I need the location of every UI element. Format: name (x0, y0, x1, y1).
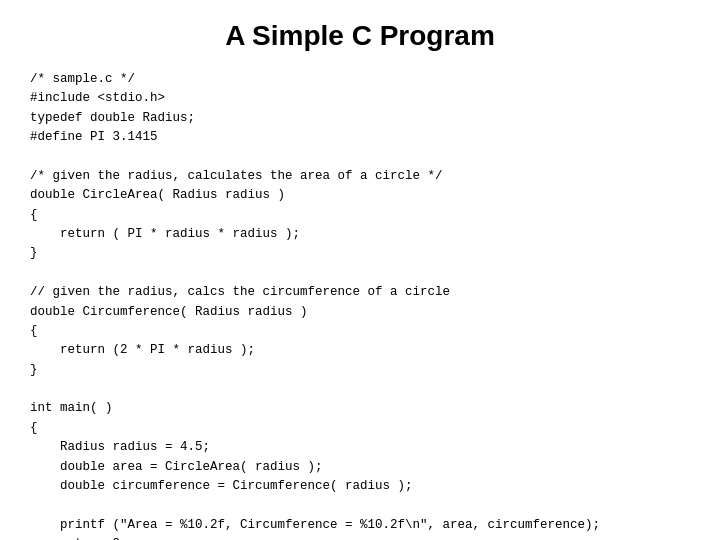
code-block: /* sample.c */ #include <stdio.h> typede… (30, 70, 690, 540)
page-container: A Simple C Program /* sample.c */ #inclu… (0, 0, 720, 540)
page-title: A Simple C Program (30, 20, 690, 52)
